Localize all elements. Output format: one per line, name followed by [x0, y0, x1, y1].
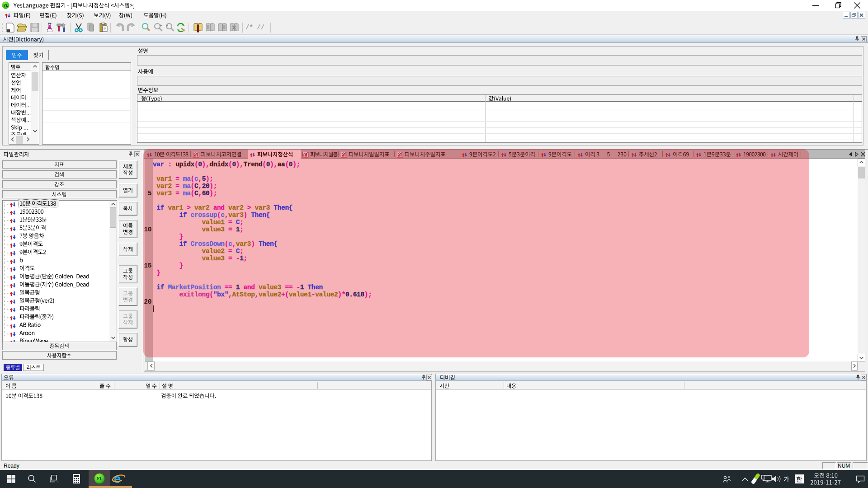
svg-text://: // [257, 24, 264, 31]
svg-text:e: e [114, 472, 121, 485]
svg-text:YL: YL [3, 3, 9, 8]
svg-text:/*: /* [245, 24, 253, 31]
svg-text:YL: YL [96, 476, 103, 481]
